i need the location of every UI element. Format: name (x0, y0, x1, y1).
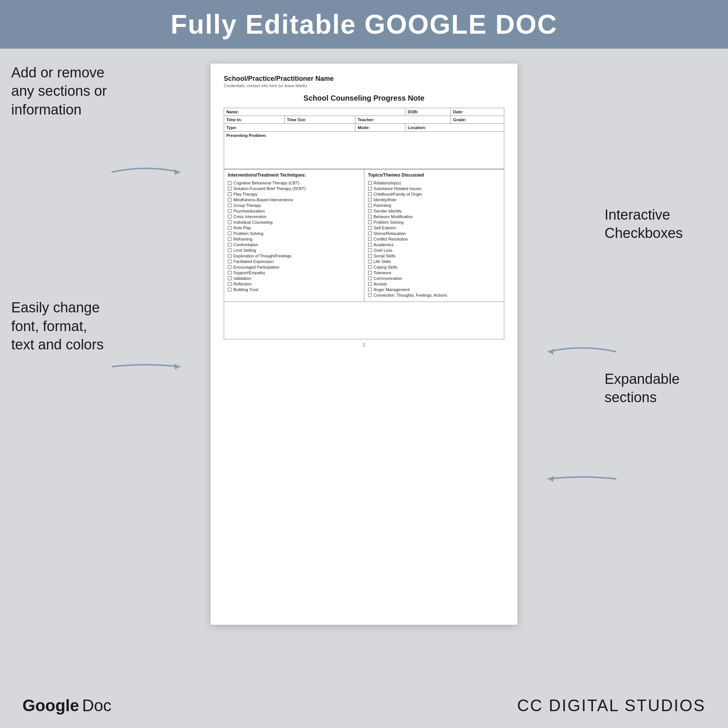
checkbox-icon[interactable] (228, 220, 232, 224)
list-item: Life Skills (368, 259, 500, 264)
checkbox-icon[interactable] (368, 226, 372, 230)
checkbox-icon[interactable] (228, 271, 232, 275)
list-item: Role Play (228, 226, 360, 230)
date-label: Date: (453, 110, 463, 114)
checkbox-icon[interactable] (368, 254, 372, 258)
checkbox-icon[interactable] (368, 181, 372, 185)
checkbox-icon[interactable] (228, 288, 232, 291)
list-item: Stress/Relaxation (368, 231, 500, 236)
list-item: Confrontation (228, 242, 360, 247)
list-item: Solution-Focused Brief Therapy (SFBT) (228, 186, 360, 191)
list-item: Coping Skills (368, 265, 500, 269)
mode-label: Mode: (358, 125, 370, 130)
checkbox-icon[interactable] (228, 232, 232, 235)
footer-studio-label: CC DIGITAL STUDIOS (517, 696, 705, 715)
checkbox-icon[interactable] (368, 277, 372, 280)
practice-name: School/Practice/Practitioner Name (224, 75, 504, 83)
checkbox-icon[interactable] (368, 265, 372, 269)
checkbox-icon[interactable] (228, 203, 232, 207)
checkbox-icon[interactable] (368, 215, 372, 219)
annotation-change-font: Easily changefont, format,text and color… (11, 298, 131, 354)
document: School/Practice/Practitioner Name Creden… (211, 64, 517, 625)
list-item: Relationship(s) (368, 181, 500, 185)
interventions-list: Cognitive Behavioral Therapy (CBT) Solut… (228, 181, 360, 292)
list-item: Limit Setting (228, 248, 360, 252)
checkbox-icon[interactable] (228, 181, 232, 185)
checkbox-icon[interactable] (228, 192, 232, 196)
checkbox-icon[interactable] (368, 248, 372, 252)
type-label: Type: (226, 125, 237, 130)
dob-label: DOB: (408, 110, 418, 114)
teacher-label: Teacher: (358, 118, 375, 122)
left-annotations: Add or removeany sections orinformation … (11, 64, 131, 354)
checkbox-icon[interactable] (228, 237, 232, 241)
list-item: Psychoeducation (228, 209, 360, 213)
checkbox-icon[interactable] (228, 198, 232, 202)
checkbox-icon[interactable] (368, 192, 372, 196)
checkbox-icon[interactable] (228, 248, 232, 252)
checkbox-icon[interactable] (368, 220, 372, 224)
checkbox-icon[interactable] (228, 282, 232, 286)
footer-google-label: Google (23, 696, 79, 715)
checkbox-icon[interactable] (228, 187, 232, 190)
list-item: Anxiety (368, 282, 500, 286)
checkbox-icon[interactable] (228, 254, 232, 258)
svg-marker-0 (174, 169, 180, 175)
header-banner: Fully Editable GOOGLE DOC (0, 0, 728, 49)
checkbox-icon[interactable] (368, 203, 372, 207)
empty-section (224, 302, 504, 339)
list-item: Self-Esteem (368, 226, 500, 230)
name-label: Name: (226, 110, 239, 114)
checkbox-icon[interactable] (228, 277, 232, 280)
checkbox-icon[interactable] (368, 293, 372, 297)
checkbox-icon[interactable] (368, 271, 372, 275)
time-in-label: Time In: (226, 118, 242, 122)
checkbox-icon[interactable] (368, 187, 372, 190)
checkbox-icon[interactable] (368, 232, 372, 235)
list-item: Gender Identity (368, 209, 500, 213)
svg-marker-1 (174, 364, 180, 370)
checkbox-icon[interactable] (368, 237, 372, 241)
grade-label: Grade: (453, 118, 466, 122)
list-item: Exploration of Thought/Feelings (228, 254, 360, 258)
list-item: Parenting (368, 203, 500, 208)
list-item: Support/Empathy (228, 271, 360, 275)
checkbox-icon[interactable] (368, 209, 372, 213)
list-item: Group Therapy (228, 203, 360, 208)
list-item: Anger Management (368, 287, 500, 292)
checkbox-icon[interactable] (368, 260, 372, 263)
interventions-header: Interventions/Treatment Techniques: (228, 173, 360, 178)
presenting-problem-label: Presenting Problem: (226, 133, 267, 138)
checkbox-icon[interactable] (228, 209, 232, 213)
topics-col: Topics/Themes Discussed Relationship(s) … (364, 170, 504, 302)
form-table: Name: DOB: Date: Time In: Time Out: Teac… (224, 108, 504, 169)
arrow-right-top (545, 340, 619, 363)
list-item: Play Therapy (228, 192, 360, 196)
arrow-left-top (109, 161, 183, 183)
checkbox-icon[interactable] (228, 243, 232, 246)
checkbox-icon[interactable] (228, 226, 232, 230)
checkbox-icon[interactable] (368, 198, 372, 202)
checkbox-icon[interactable] (228, 215, 232, 219)
annotation-interactive-checkboxes: InteractiveCheckboxes (604, 206, 717, 243)
checkbox-icon[interactable] (368, 243, 372, 246)
svg-marker-2 (548, 349, 554, 355)
list-item: Identity/Role (368, 197, 500, 202)
list-item: Encouraged Participation (228, 265, 360, 269)
list-item: Tolerance (368, 271, 500, 275)
two-col-table: Interventions/Treatment Techniques: Cogn… (224, 169, 504, 339)
arrow-left-bottom (109, 355, 183, 378)
list-item: Building Trust (228, 287, 360, 292)
list-item: Reflection (228, 282, 360, 286)
footer-doc-label: Doc (82, 696, 112, 715)
list-item: Childhood/Family of Origin (368, 192, 500, 196)
time-out-label: Time Out: (287, 118, 306, 122)
checkbox-icon[interactable] (228, 260, 232, 263)
checkbox-icon[interactable] (368, 282, 372, 286)
list-item: Substance Related Issues (368, 186, 500, 191)
annotation-expandable-sections: Expandablesections (604, 370, 717, 407)
checkbox-icon[interactable] (228, 265, 232, 269)
annotation-add-remove: Add or removeany sections orinformation (11, 64, 131, 119)
checkbox-icon[interactable] (368, 288, 372, 291)
topics-list: Relationship(s) Substance Related Issues… (368, 181, 500, 297)
